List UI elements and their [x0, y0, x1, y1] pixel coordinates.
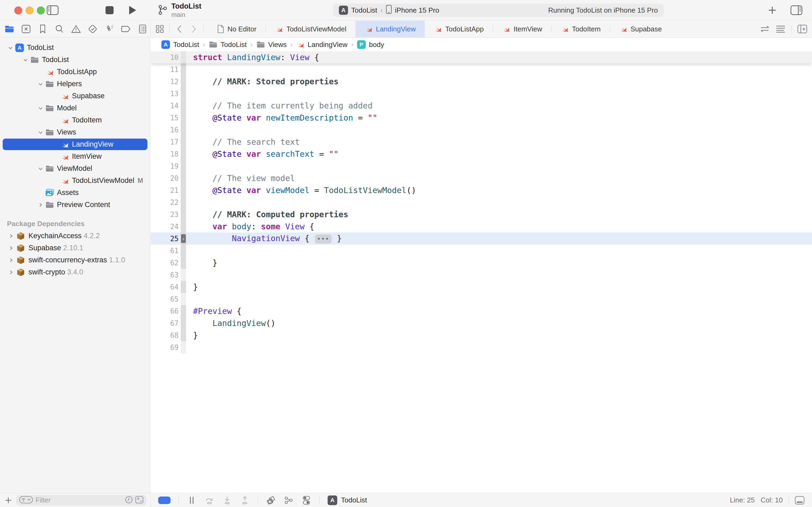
fold-ribbon[interactable]: [181, 112, 186, 124]
chevron-down-icon[interactable]: [38, 166, 44, 172]
fold-marker-icon[interactable]: ›: [181, 234, 186, 243]
running-process-item[interactable]: A TodoList: [328, 496, 367, 505]
issue-navigator-icon[interactable]: [71, 24, 81, 34]
sidebar-item-itemview[interactable]: ItemView: [0, 150, 150, 163]
code-line-66[interactable]: 66#Preview {: [151, 305, 812, 317]
breadcrumb-item-landingview[interactable]: LandingView: [296, 41, 347, 49]
chevron-right-icon[interactable]: [38, 202, 44, 208]
package-item-keychainaccess[interactable]: KeychainAccess 4.2.2: [0, 230, 150, 242]
chevron-right-icon[interactable]: [8, 233, 14, 239]
code-line-10[interactable]: 10struct LandingView: View {: [151, 51, 812, 63]
stop-button[interactable]: [103, 4, 116, 17]
chevron-down-icon[interactable]: [22, 57, 28, 63]
chevron-right-icon[interactable]: [8, 269, 14, 275]
fold-ribbon[interactable]: [181, 124, 186, 136]
fold-ribbon[interactable]: [181, 317, 186, 329]
step-over-icon[interactable]: [205, 496, 214, 505]
fold-ribbon[interactable]: [181, 75, 186, 88]
tab-todolistapp[interactable]: TodoListApp: [425, 21, 493, 37]
code-folded-ellipsis[interactable]: •••: [315, 234, 332, 243]
recents-clock-icon[interactable]: [125, 496, 133, 505]
breakpoint-navigator-icon[interactable]: [121, 24, 131, 34]
fold-ribbon[interactable]: [181, 136, 186, 148]
sidebar-item-supabase[interactable]: Supabase: [0, 90, 150, 102]
breadcrumb-item-body[interactable]: Pbody: [357, 40, 384, 49]
add-editor-split-icon[interactable]: [798, 24, 807, 34]
code-line-24[interactable]: 24 var body: some View {: [151, 220, 812, 233]
pause-execution-icon[interactable]: [187, 496, 196, 505]
filter-scope-icon[interactable]: [135, 496, 143, 505]
fold-ribbon[interactable]: [181, 257, 186, 269]
code-line-19[interactable]: 19: [151, 160, 812, 172]
code-line-63[interactable]: 63: [151, 269, 812, 281]
fold-ribbon[interactable]: [181, 341, 186, 353]
code-line-14[interactable]: 14 // The item currently being added: [151, 100, 812, 112]
chevron-right-icon[interactable]: [8, 257, 14, 263]
zoom-window-button[interactable]: [37, 6, 45, 14]
sidebar-item-assets[interactable]: Assets: [0, 187, 150, 199]
go-forward-chevron-icon[interactable]: [189, 24, 199, 34]
source-control-navigator-icon[interactable]: [21, 24, 31, 34]
sidebar-item-viewmodel[interactable]: ViewModel: [0, 163, 150, 175]
fold-ribbon[interactable]: [181, 305, 186, 317]
step-into-icon[interactable]: [222, 496, 232, 505]
sidebar-item-todolistviewmodel[interactable]: TodoListViewModelM: [0, 175, 150, 187]
fold-ribbon[interactable]: [181, 148, 186, 160]
code-line-13[interactable]: 13: [151, 88, 812, 100]
environment-overrides-icon[interactable]: [301, 496, 311, 505]
fold-ribbon[interactable]: ›: [181, 233, 186, 245]
minimize-window-button[interactable]: [25, 6, 34, 14]
fold-ribbon[interactable]: [181, 281, 186, 293]
chevron-right-icon[interactable]: [8, 245, 14, 251]
fold-ribbon[interactable]: [181, 88, 186, 100]
breakpoints-toggle-button[interactable]: [158, 497, 171, 504]
project-navigator-icon[interactable]: [4, 24, 14, 34]
code-line-64[interactable]: 64}: [151, 281, 812, 293]
code-line-65[interactable]: 65: [151, 293, 812, 305]
code-area[interactable]: 10struct LandingView: View {1112 // MARK…: [151, 51, 812, 493]
code-line-11[interactable]: 11: [151, 63, 812, 75]
bookmarks-navigator-icon[interactable]: [38, 24, 48, 34]
related-items-grid-icon[interactable]: [155, 24, 165, 34]
code-line-23[interactable]: 23 // MARK: Computed properties: [151, 208, 812, 220]
filter-options-icon[interactable]: [19, 496, 33, 505]
find-navigator-icon[interactable]: [54, 24, 64, 34]
chevron-down-icon[interactable]: [38, 105, 44, 111]
memory-graph-icon[interactable]: [284, 496, 293, 505]
package-item-supabase[interactable]: Supabase 2.10.1: [0, 242, 150, 254]
step-out-icon[interactable]: [240, 496, 250, 505]
breadcrumb-item-todolist[interactable]: ATodoList: [161, 40, 199, 49]
tab-todolistviewmodel[interactable]: TodoListViewModel: [266, 21, 355, 37]
tab-supabase[interactable]: Supabase: [610, 21, 671, 37]
sidebar-item-todolistapp[interactable]: TodoListApp: [0, 66, 150, 78]
sidebar-item-preview-content[interactable]: Preview Content: [0, 199, 150, 211]
fold-ribbon[interactable]: [181, 160, 186, 172]
report-navigator-icon[interactable]: [137, 24, 148, 34]
scheme-app-label[interactable]: TodoList: [351, 6, 377, 14]
tab-todoitem[interactable]: TodoItem: [552, 21, 610, 37]
debug-navigator-icon[interactable]: [104, 24, 114, 34]
chevron-down-icon[interactable]: [38, 129, 44, 135]
tab-no-editor[interactable]: No Editor: [208, 21, 266, 37]
toggle-debug-area-icon[interactable]: [795, 496, 805, 505]
code-line-67[interactable]: 67 LandingView(): [151, 317, 812, 329]
view-debugger-icon[interactable]: [266, 496, 276, 505]
code-line-21[interactable]: 21 @State var viewModel = TodoListViewMo…: [151, 184, 812, 196]
sidebar-item-model[interactable]: Model: [0, 102, 150, 114]
scheme-device-label[interactable]: iPhone 15 Pro: [395, 6, 439, 14]
code-line-17[interactable]: 17 // The search text: [151, 136, 812, 148]
package-item-swift-concurrency-extras[interactable]: swift-concurrency-extras 1.1.0: [0, 254, 150, 266]
fold-ribbon[interactable]: [181, 220, 186, 233]
code-line-62[interactable]: 62 }: [151, 257, 812, 269]
code-line-61[interactable]: 61: [151, 245, 812, 257]
code-line-22[interactable]: 22: [151, 196, 812, 208]
breadcrumb-item-views[interactable]: Views: [256, 41, 287, 49]
go-back-chevron-icon[interactable]: [175, 24, 184, 34]
chevron-down-icon[interactable]: [38, 81, 44, 87]
fold-ribbon[interactable]: [181, 184, 186, 196]
fold-ribbon[interactable]: [181, 269, 186, 281]
package-item-swift-crypto[interactable]: swift-crypto 3.4.0: [0, 266, 150, 278]
fold-ribbon[interactable]: [181, 196, 186, 208]
code-line-25[interactable]: 25› NavigationView { ••• }: [151, 233, 812, 245]
chevron-down-icon[interactable]: [7, 45, 13, 51]
